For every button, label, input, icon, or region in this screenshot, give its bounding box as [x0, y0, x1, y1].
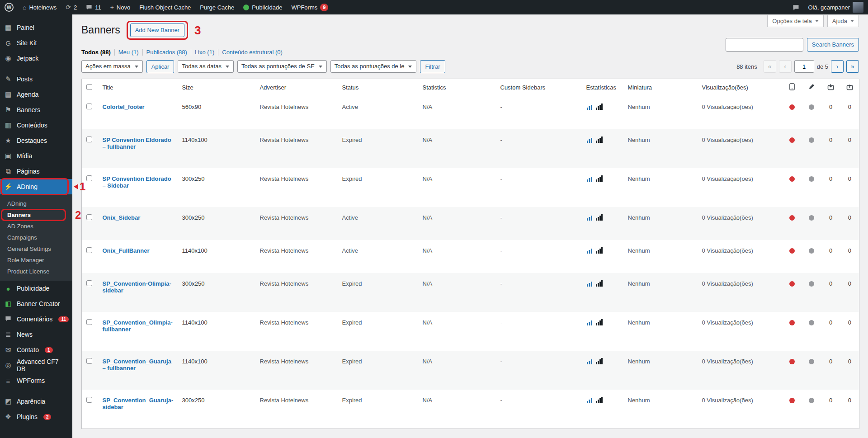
banner-title-link[interactable]: SP Convention Eldorado – fullbanner [103, 137, 173, 150]
gray-status-dot[interactable] [809, 248, 814, 254]
sidebar-item-conteudos[interactable]: ▥ Conteúdos [0, 118, 72, 133]
screen-options-button[interactable]: Opções de tela [767, 15, 823, 27]
gray-status-dot[interactable] [809, 215, 814, 221]
red-status-dot[interactable] [789, 137, 795, 143]
row-checkbox[interactable] [86, 104, 92, 109]
gray-status-dot[interactable] [809, 104, 814, 110]
bar-chart-blue-icon[interactable] [586, 320, 593, 326]
bar-chart-dark-icon[interactable] [595, 280, 603, 287]
banner-title-link[interactable]: Onix_FullBanner [103, 247, 150, 254]
bar-chart-dark-icon[interactable] [595, 397, 603, 404]
row-checkbox[interactable] [86, 397, 92, 403]
submenu-item-general-settings[interactable]: General Settings [0, 243, 72, 254]
red-status-dot[interactable] [789, 176, 795, 182]
row-checkbox[interactable] [86, 358, 92, 364]
red-status-dot[interactable] [789, 248, 795, 254]
bar-chart-dark-icon[interactable] [595, 175, 603, 182]
red-status-dot[interactable] [789, 215, 795, 221]
row-checkbox[interactable] [86, 214, 92, 220]
publicidade-link[interactable]: Publicidade [239, 0, 287, 14]
row-checkbox[interactable] [86, 319, 92, 325]
select-all-checkbox[interactable] [86, 84, 92, 90]
flush-object-cache-link[interactable]: Flush Object Cache [135, 0, 195, 14]
banner-title-link[interactable]: SP_Convention_Olimpia-fullbanner [103, 319, 173, 333]
sidebar-item-contato[interactable]: ✉ Contato 1 [0, 342, 72, 358]
feedback-bubble-link[interactable] [788, 0, 804, 14]
gray-status-dot[interactable] [809, 320, 814, 325]
banner-title-link[interactable]: SP Convention Eldorado – Sidebar [103, 175, 173, 189]
submenu-item-ad-zones[interactable]: AD Zones [0, 221, 72, 232]
red-status-dot[interactable] [789, 104, 795, 110]
wpforms-link[interactable]: WPForms 9 [287, 0, 333, 14]
bar-chart-dark-icon[interactable] [595, 358, 603, 365]
sidebar-item-agenda[interactable]: ▤ Agenda [0, 87, 72, 102]
sidebar-item-paginas[interactable]: ⧉ Páginas [0, 164, 72, 179]
sidebar-item-posts[interactable]: ✎ Posts [0, 71, 72, 87]
banner-title-link[interactable]: Onix_Sidebar [103, 214, 141, 221]
bar-chart-blue-icon[interactable] [586, 397, 593, 404]
row-checkbox[interactable] [86, 175, 92, 181]
sidebar-item-banners[interactable]: ⚑ Banners [0, 102, 72, 118]
bar-chart-blue-icon[interactable] [586, 248, 593, 254]
submenu-item-adning[interactable]: ADning [0, 198, 72, 209]
updates-link[interactable]: ⟳ 2 [61, 0, 81, 14]
sidebar-item-advanced-cf7-db[interactable]: ◎ Advanced CF7 DB [0, 358, 72, 373]
row-checkbox[interactable] [86, 280, 92, 286]
gray-status-dot[interactable] [809, 137, 814, 143]
sidebar-item-news[interactable]: ≣ News [0, 327, 72, 342]
banner-title-link[interactable]: SP_Convention_Guaruja – fullbanner [103, 358, 173, 372]
site-link[interactable]: ⌂ Hotelnews [18, 0, 61, 14]
banner-title-link[interactable]: SP_Convention-Olimpia-sidebar [103, 280, 173, 294]
red-status-dot[interactable] [789, 281, 795, 287]
bar-chart-blue-icon[interactable] [586, 358, 593, 365]
bar-chart-dark-icon[interactable] [595, 247, 603, 254]
sidebar-item-wpforms[interactable]: ≡ WPForms [0, 373, 72, 388]
sidebar-item-adning[interactable]: ⚡ ADning [0, 179, 72, 194]
row-checkbox[interactable] [86, 247, 92, 253]
filter-button[interactable]: Filtrar [420, 60, 445, 74]
dates-filter-select[interactable]: Todas as datas [178, 60, 233, 73]
bar-chart-blue-icon[interactable] [586, 281, 593, 287]
view-label[interactable]: Todos (88) [81, 49, 111, 56]
gray-status-dot[interactable] [809, 176, 814, 182]
apply-button[interactable]: Aplicar [146, 60, 175, 74]
bar-chart-blue-icon[interactable] [586, 215, 593, 221]
view-label[interactable]: Publicados (88) [146, 49, 187, 56]
view-todos[interactable]: Todos (88) [81, 49, 115, 56]
red-status-dot[interactable] [789, 398, 795, 403]
last-page-button[interactable]: » [846, 60, 859, 73]
view-meu[interactable]: Meu (1) [115, 49, 143, 56]
bar-chart-blue-icon[interactable] [586, 176, 593, 182]
next-page-button[interactable]: › [831, 60, 844, 73]
sidebar-item-jetpack[interactable]: ◉ Jetpack [0, 51, 72, 66]
submenu-item-banners[interactable]: Banners [0, 209, 72, 221]
first-page-button[interactable]: « [764, 60, 776, 73]
add-new-banner-button[interactable]: Add New Banner [130, 24, 184, 37]
sidebar-item-plugins[interactable]: ❖ Plugins 2 [0, 409, 72, 424]
sidebar-item-site-kit[interactable]: G Site Kit [0, 35, 72, 51]
sidebar-item-comentarios[interactable]: Comentários 11 [0, 311, 72, 327]
row-checkbox[interactable] [86, 137, 92, 142]
gray-status-dot[interactable] [809, 398, 814, 403]
sidebar-item-publicidade[interactable]: ● Publicidade [0, 281, 72, 296]
submenu-item-product-license[interactable]: Product License [0, 266, 72, 277]
my-account-link[interactable]: Olá, gcampaner [804, 0, 868, 14]
bar-chart-blue-icon[interactable] [586, 104, 593, 110]
sidebar-item-midia[interactable]: ▣ Mídia [0, 148, 72, 164]
bulk-actions-select[interactable]: Ações em massa [81, 60, 143, 73]
search-banners-button[interactable]: Search Banners [807, 38, 859, 52]
view-label[interactable]: Conteúdo estrutural (0) [222, 49, 283, 56]
view-lixo[interactable]: Lixo (1) [191, 49, 218, 56]
banner-title-link[interactable]: Colortel_footer [103, 104, 145, 110]
sidebar-item-aparencia[interactable]: ◩ Aparência [0, 394, 72, 409]
red-status-dot[interactable] [789, 359, 795, 364]
view-conteudo-estrutural[interactable]: Conteúdo estrutural (0) [218, 49, 286, 56]
seo-score-filter-select[interactable]: Todas as pontuações de SE [237, 60, 327, 73]
new-content-link[interactable]: + Novo [106, 0, 135, 14]
sidebar-item-painel[interactable]: ▦ Painel [0, 20, 72, 35]
sidebar-item-destaques[interactable]: ★ Destaques [0, 133, 72, 148]
view-label[interactable]: Meu (1) [118, 49, 139, 56]
sidebar-item-banner-creator[interactable]: ◧ Banner Creator [0, 296, 72, 311]
banner-title-link[interactable]: SP_Convention_Guaruja-sidebar [103, 397, 173, 410]
search-input[interactable] [726, 38, 803, 52]
